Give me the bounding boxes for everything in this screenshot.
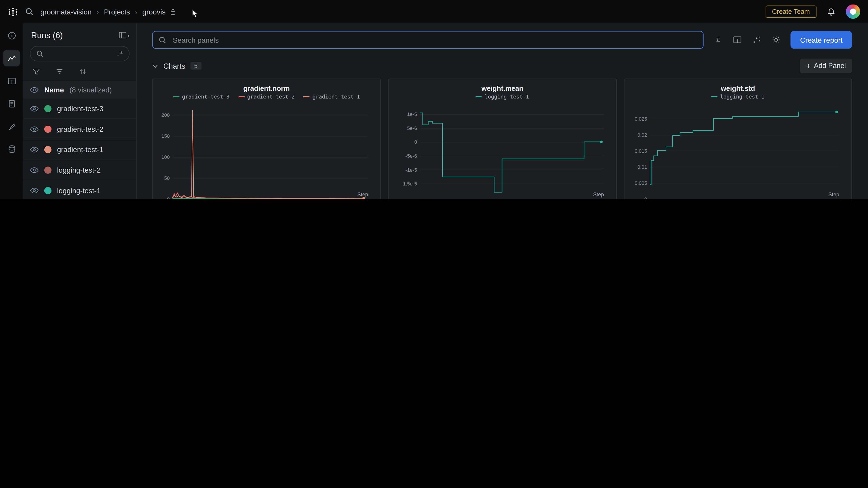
- add-panel-button[interactable]: + Add Panel: [800, 59, 852, 73]
- group-icon[interactable]: [55, 68, 64, 76]
- panel-settings-icon[interactable]: [732, 34, 743, 45]
- panel-title: gradient.norm: [157, 85, 376, 92]
- panel-title: weight.std: [629, 85, 847, 92]
- panel-legend: logging-test-1: [629, 94, 847, 100]
- global-search-icon[interactable]: [25, 7, 34, 16]
- run-color-dot: [44, 125, 52, 133]
- nav-sweeps-icon[interactable]: [3, 118, 20, 134]
- main-content: Σ Create report Charts 5 +: [137, 23, 868, 199]
- svg-text:0.025: 0.025: [635, 116, 647, 122]
- run-label: logging-test-2: [57, 166, 101, 174]
- svg-text:0: 0: [167, 196, 170, 199]
- nav-reports-icon[interactable]: [3, 95, 20, 111]
- top-bar: groomata-vision › Projects › groovis Cre…: [0, 0, 868, 23]
- breadcrumb-projects[interactable]: Projects: [104, 7, 130, 16]
- run-color-dot: [44, 187, 52, 194]
- panel-plot: 00.0050.010.0150.020.0250200400600800Ste…: [629, 100, 847, 199]
- breadcrumb-team[interactable]: groomata-vision: [40, 7, 92, 16]
- charts-section-label: Charts: [163, 62, 185, 70]
- create-team-button[interactable]: Create Team: [765, 5, 816, 18]
- run-color-dot: [44, 105, 52, 112]
- svg-text:0: 0: [645, 196, 647, 199]
- run-row[interactable]: logging-test-2: [23, 160, 136, 181]
- run-color-dot: [44, 146, 52, 153]
- panel-legend: gradient-test-3gradient-test-2gradient-t…: [157, 94, 376, 100]
- charts-section-header: Charts 5 + Add Panel: [152, 59, 852, 73]
- left-nav-rail: [0, 23, 23, 199]
- runs-search-input[interactable]: [48, 49, 112, 58]
- panel-card[interactable]: weight.meanlogging-test-11e-55e-60-5e-6-…: [388, 78, 617, 199]
- legend-label: gradient-test-2: [247, 94, 295, 100]
- plus-icon: +: [806, 63, 811, 68]
- panel-card[interactable]: weight.stdlogging-test-100.0050.010.0150…: [624, 78, 852, 199]
- svg-text:Step: Step: [593, 192, 604, 197]
- run-row[interactable]: gradient-test-3: [23, 98, 136, 119]
- legend-swatch: [476, 96, 482, 97]
- legend-swatch: [711, 96, 717, 97]
- visualized-count: (8 visualized): [69, 86, 112, 94]
- nav-runs-table-icon[interactable]: [3, 72, 20, 89]
- legend-entry[interactable]: gradient-test-3: [173, 94, 229, 100]
- svg-text:0.01: 0.01: [638, 164, 647, 170]
- x-axis-expression-icon[interactable]: Σ: [713, 34, 724, 45]
- run-visibility-eye-icon[interactable]: [30, 167, 39, 173]
- legend-entry[interactable]: gradient-test-1: [304, 94, 360, 100]
- run-list-header: Name (8 visualized): [23, 81, 136, 98]
- runs-sidebar: Runs (6) › .* Name: [23, 23, 137, 199]
- breadcrumb-project[interactable]: groovis: [143, 7, 166, 16]
- run-row[interactable]: logging-test-1: [23, 180, 136, 199]
- app-window: groomata-vision › Projects › groovis Cre…: [0, 0, 868, 199]
- legend-label: gradient-test-3: [182, 94, 229, 100]
- panel-card[interactable]: gradient.normgradient-test-3gradient-tes…: [152, 78, 381, 199]
- user-avatar[interactable]: [846, 4, 860, 19]
- notifications-bell-icon[interactable]: [827, 7, 836, 17]
- svg-text:200: 200: [161, 112, 170, 118]
- create-report-button[interactable]: Create report: [791, 31, 852, 48]
- wandb-logo-icon[interactable]: [8, 6, 18, 17]
- search-panels-input[interactable]: [172, 35, 698, 45]
- sort-icon[interactable]: [79, 68, 87, 76]
- svg-text:5e-6: 5e-6: [407, 125, 417, 131]
- legend-entry[interactable]: logging-test-1: [711, 94, 765, 100]
- svg-text:0.02: 0.02: [638, 132, 647, 138]
- legend-label: gradient-test-1: [312, 94, 360, 100]
- svg-text:Step: Step: [829, 192, 839, 197]
- panel-legend: logging-test-1: [393, 94, 612, 100]
- outliers-scatter-icon[interactable]: [751, 34, 763, 45]
- run-visibility-eye-icon[interactable]: [30, 105, 39, 111]
- search-icon: [36, 50, 43, 57]
- breadcrumb: groomata-vision › Projects › groovis: [40, 7, 177, 16]
- run-row[interactable]: gradient-test-1: [23, 139, 136, 160]
- legend-swatch: [304, 96, 310, 97]
- svg-text:0.015: 0.015: [635, 148, 647, 154]
- run-label: gradient-test-2: [57, 125, 103, 133]
- run-visibility-eye-icon[interactable]: [30, 126, 39, 132]
- run-list: gradient-test-3 gradient-test-2 gradient…: [23, 98, 136, 199]
- legend-entry[interactable]: logging-test-1: [476, 94, 529, 100]
- charts-grid: gradient.normgradient-test-3gradient-tes…: [152, 78, 852, 199]
- nav-overview-icon[interactable]: [3, 27, 20, 43]
- search-panels-box[interactable]: [152, 31, 704, 48]
- run-row[interactable]: gradient-test-2: [23, 119, 136, 140]
- svg-text:1e-5: 1e-5: [407, 111, 417, 117]
- run-label: gradient-test-3: [57, 104, 103, 113]
- nav-workspace-charts-icon[interactable]: [3, 50, 20, 66]
- regex-toggle[interactable]: .*: [116, 50, 123, 57]
- run-label: gradient-test-1: [57, 145, 103, 154]
- run-color-dot: [44, 166, 52, 173]
- filter-funnel-icon[interactable]: [32, 68, 40, 76]
- run-visibility-eye-icon[interactable]: [30, 147, 39, 153]
- nav-artifacts-icon[interactable]: [3, 140, 20, 157]
- settings-gear-icon[interactable]: [771, 34, 782, 45]
- chevron-down-icon[interactable]: [152, 63, 158, 69]
- panel-title: weight.mean: [393, 85, 612, 92]
- run-visibility-eye-icon[interactable]: [30, 187, 39, 193]
- breadcrumb-separator: ›: [135, 7, 137, 16]
- svg-text:-1e-5: -1e-5: [405, 167, 417, 173]
- runs-layout-toggle-icon[interactable]: ›: [119, 31, 129, 39]
- runs-search-box[interactable]: .*: [30, 46, 129, 61]
- workspace-toolbar: Σ Create report: [152, 31, 852, 48]
- visibility-all-eye-icon[interactable]: [30, 87, 39, 93]
- legend-entry[interactable]: gradient-test-2: [239, 94, 295, 100]
- charts-count-badge: 5: [190, 62, 202, 70]
